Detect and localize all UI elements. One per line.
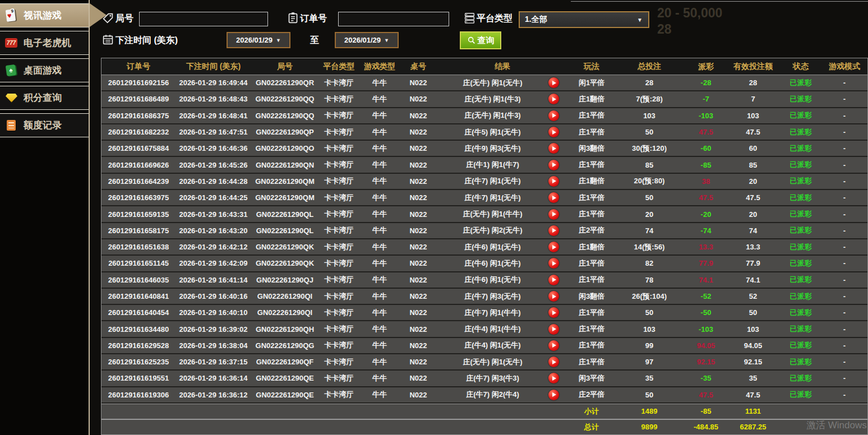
play-video-button[interactable] — [548, 357, 559, 367]
table-cell: N022 — [400, 226, 437, 235]
play-icon — [552, 343, 556, 348]
play-video-button[interactable] — [548, 160, 559, 170]
column-header: 状态 — [778, 62, 824, 72]
column-header: 平台类型 — [318, 62, 359, 72]
date-range-to-label: 至 — [310, 35, 319, 47]
table-cell: 20(预:80) — [615, 176, 684, 186]
table-cell: 103 — [728, 112, 778, 120]
play-video-button[interactable] — [548, 176, 559, 187]
play-video-button[interactable] — [548, 373, 559, 383]
sidebar-item-label: 桌面游戏 — [24, 64, 62, 77]
table-cell: 47.5 — [684, 128, 728, 136]
table-cell: 260129161659135 — [101, 210, 176, 219]
table-cell: 260129161640841 — [101, 292, 176, 300]
table-cell: 牛牛 — [359, 373, 400, 383]
table-cell: 牛牛 — [359, 78, 400, 88]
sidebar-item-video-games[interactable]: ♥9视讯游戏 — [0, 3, 89, 27]
table-cell: 庄1平倍 — [568, 340, 615, 350]
sidebar-item-points-query[interactable]: 积分查询 — [0, 86, 89, 110]
table-cell: 74 — [728, 226, 778, 235]
result-cell: 庄(无牛) 闲1(牛3) — [437, 94, 568, 104]
play-video-button[interactable] — [548, 307, 559, 318]
table-cell: 260129161669626 — [101, 161, 176, 169]
column-header: 订单号 — [101, 62, 176, 72]
table-cell: - — [824, 128, 865, 136]
table-cell: N022 — [400, 112, 437, 120]
play-video-button[interactable] — [548, 192, 559, 203]
play-video-button[interactable] — [548, 340, 559, 351]
play-video-button[interactable] — [548, 127, 559, 137]
table-cell: 已派彩 — [778, 275, 824, 285]
table-cell: 9899 — [615, 423, 684, 431]
play-video-button[interactable] — [548, 258, 559, 269]
sidebar-item-table-games[interactable]: ♠桌面游戏 — [0, 58, 89, 82]
table-header: 订单号下注时间 (美东)局号平台类型游戏类型桌号结果玩法总投注派彩有效投注额状态… — [101, 58, 867, 75]
table-cell: N022 — [400, 177, 437, 186]
table-cell: GN022261290QG — [251, 341, 318, 350]
play-video-button[interactable] — [548, 242, 559, 252]
result-text: 庄(牛7) 闲2(牛4) — [437, 390, 548, 400]
play-video-button[interactable] — [548, 143, 559, 154]
table-cell: 2026-01-29 16:45:26 — [176, 161, 251, 169]
play-video-button[interactable] — [548, 110, 559, 121]
play-video-button[interactable] — [548, 209, 559, 220]
result-text: 庄(牛6) 闲1(无牛) — [437, 275, 548, 285]
table-cell: -35 — [684, 374, 728, 382]
table-cell: - — [824, 292, 865, 300]
result-cell: 庄(牛5) 闲1(无牛) — [437, 127, 568, 137]
table-cell: -60 — [684, 144, 728, 152]
table-cell: 94.05 — [728, 341, 778, 350]
play-video-button[interactable] — [548, 77, 559, 88]
table-row: 2601291616921562026-01-29 16:49:44GN0222… — [101, 75, 867, 91]
result-text: 庄(无牛) 闲1(无牛) — [437, 78, 548, 88]
calendar-icon — [102, 34, 114, 45]
date-from-picker[interactable]: 2026/01/29 — [227, 32, 290, 48]
result-cell: 庄(牛9) 闲3(无牛) — [437, 143, 568, 154]
round-number-input[interactable] — [139, 12, 268, 26]
table-cell: 2026-01-29 16:36:14 — [176, 374, 251, 382]
table-cell: - — [824, 276, 865, 284]
table-cell: 卡卡湾厅 — [318, 324, 359, 334]
date-to-picker[interactable]: 2026/01/29 — [335, 32, 399, 48]
sidebar-item-slot-machine[interactable]: 777电子老虎机 — [0, 31, 89, 55]
column-header: 桌号 — [400, 62, 437, 72]
table-cell: N022 — [400, 128, 437, 136]
order-number-input[interactable] — [338, 12, 449, 26]
table-cell: 97 — [615, 358, 684, 366]
table-cell: GN022261290QE — [251, 391, 318, 399]
table-cell: - — [824, 226, 865, 235]
result-text: 庄(牛4) 闲1(牛牛) — [437, 324, 548, 334]
table-cell: 牛牛 — [359, 242, 400, 252]
platform-type-dropdown[interactable]: 1.全部 — [519, 11, 649, 28]
play-video-button[interactable] — [548, 390, 559, 400]
table-cell: 已派彩 — [778, 176, 824, 186]
search-button[interactable]: 查询 — [460, 31, 501, 49]
play-video-button[interactable] — [548, 324, 559, 335]
table-cell: 已派彩 — [778, 78, 824, 88]
column-header: 派彩 — [684, 62, 728, 72]
play-video-button[interactable] — [548, 94, 559, 104]
table-cell: - — [824, 193, 865, 202]
table-cell: 103 — [615, 325, 684, 334]
play-video-button[interactable] — [548, 291, 559, 302]
table-cell: 已派彩 — [778, 373, 824, 383]
play-icon — [552, 212, 556, 216]
sidebar-item-quota-records[interactable]: 额度记录 — [0, 113, 89, 137]
result-cell: 庄(牛7) 闲1(无牛) — [437, 176, 568, 187]
table-cell: 庄1翻倍 — [568, 94, 615, 104]
play-video-button[interactable] — [548, 275, 559, 285]
table-cell: GN022261290QE — [251, 374, 318, 382]
table-cell: 2026-01-29 16:40:16 — [176, 292, 251, 300]
table-cell: 94.05 — [684, 341, 728, 350]
table-row: 2601291616642392026-01-29 16:44:28GN0222… — [101, 174, 867, 190]
table-row: 2601291616822322026-01-29 16:47:51GN0222… — [101, 124, 867, 141]
table-cell: 牛牛 — [359, 127, 400, 137]
table-cell: 2026-01-29 16:44:28 — [176, 177, 251, 186]
table-cell: 2026-01-29 16:47:51 — [176, 128, 251, 136]
result-cell: 庄(牛1) 闲1(牛7) — [437, 160, 568, 170]
table-cell: 卡卡湾厅 — [318, 291, 359, 302]
table-cell: - — [824, 243, 865, 251]
play-video-button[interactable] — [548, 225, 559, 236]
play-icon — [552, 113, 556, 118]
table-cell: 已派彩 — [778, 390, 824, 400]
